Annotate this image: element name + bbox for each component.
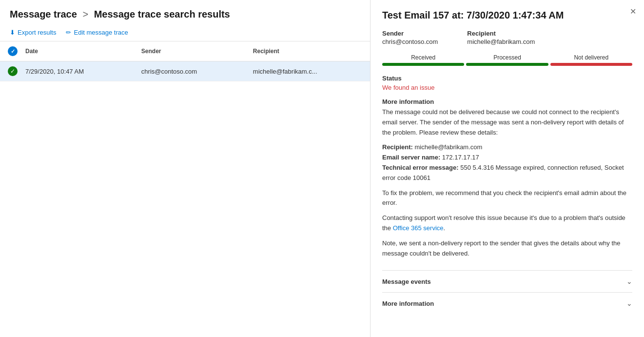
recipient-detail-value: michelle@fabrikam.com [414, 143, 482, 151]
step-received: Received [382, 54, 464, 66]
sender-label: Sender [382, 30, 438, 37]
col-date: Date [18, 41, 134, 61]
progress-steps: Received Processed Not delivered [382, 54, 632, 66]
toolbar: ⬇ Export results ✏ Edit message trace [0, 25, 370, 41]
download-icon: ⬇ [10, 29, 15, 36]
breadcrumb-current: Message trace search results [94, 9, 230, 20]
export-results-button[interactable]: ⬇ Export results [10, 29, 56, 36]
more-info-heading: More information [382, 98, 632, 105]
breadcrumb: Message trace > Message trace search res… [0, 0, 370, 25]
step-processed-label: Processed [493, 54, 521, 61]
step-not-delivered-bar [550, 63, 632, 66]
select-all-icon[interactable]: ✓ [8, 46, 18, 56]
message-events-label: Message events [382, 278, 431, 285]
breadcrumb-separator: > [82, 9, 88, 20]
row-check-icon: ✓ [8, 66, 18, 76]
sender-recipient-row: Sender chris@contoso.com Recipient miche… [382, 30, 632, 45]
close-button[interactable]: ✕ [630, 8, 636, 16]
fix-para: To fix the problem, we recommend that yo… [382, 188, 632, 209]
row-sender: chris@contoso.com [134, 61, 245, 81]
step-received-label: Received [411, 54, 435, 61]
message-events-section[interactable]: Message events ⌄ [382, 270, 632, 292]
step-not-delivered-label: Not delivered [574, 54, 608, 61]
more-information-label: More information [382, 300, 434, 307]
sender-value: chris@contoso.com [382, 38, 438, 45]
step-not-delivered: Not delivered [550, 54, 632, 66]
col-check: ✓ [0, 41, 18, 61]
recipient-group: Recipient michelle@fabrikam.com [467, 30, 535, 45]
chevron-down-icon: ⌄ [626, 278, 632, 285]
row-check-cell: ✓ [0, 61, 18, 81]
row-recipient: michelle@fabrikam.c... [245, 61, 370, 81]
results-table-container: ✓ Date Sender Recipient ✓ 7/29/2020, 10:… [0, 41, 370, 337]
more-information-section[interactable]: More information ⌄ [382, 292, 632, 314]
tech-error-label: Technical error message: [382, 164, 459, 171]
edit-label: Edit message trace [74, 29, 128, 36]
step-received-bar [382, 63, 464, 66]
status-section: Status We found an issue [382, 75, 632, 91]
detail-items: Recipient: michelle@fabrikam.com Email s… [382, 142, 632, 183]
recipient-detail-label: Recipient: [382, 143, 413, 151]
email-server-label: Email server name: [382, 154, 440, 161]
more-info-para1: The message could not be delivered becau… [382, 107, 632, 138]
col-sender: Sender [134, 41, 245, 61]
col-recipient: Recipient [245, 41, 370, 61]
more-info-section: More information The message could not b… [382, 98, 632, 263]
sender-group: Sender chris@contoso.com [382, 30, 438, 45]
breadcrumb-parent[interactable]: Message trace [10, 9, 77, 20]
recipient-value: michelle@fabrikam.com [467, 38, 535, 45]
results-table: ✓ Date Sender Recipient ✓ 7/29/2020, 10:… [0, 41, 370, 81]
office365-link[interactable]: Office 365 service [393, 224, 444, 232]
edit-message-trace-button[interactable]: ✏ Edit message trace [66, 29, 128, 36]
step-processed: Processed [466, 54, 548, 66]
support-para-end: . [444, 224, 446, 232]
left-panel: Message trace > Message trace search res… [0, 0, 371, 337]
status-value: We found an issue [382, 84, 632, 91]
row-date: 7/29/2020, 10:47 AM [18, 61, 134, 81]
table-row[interactable]: ✓ 7/29/2020, 10:47 AM chris@contoso.com … [0, 61, 370, 81]
email-server-value: 172.17.17.17 [442, 154, 479, 161]
edit-icon: ✏ [66, 29, 71, 36]
detail-panel: ✕ Test Email 157 at: 7/30/2020 1:47:34 A… [371, 0, 644, 337]
support-para: Contacting support won't resolve this is… [382, 213, 632, 234]
detail-title: Test Email 157 at: 7/30/2020 1:47:34 AM [382, 10, 632, 21]
note-para: Note, we sent a non-delivery report to t… [382, 238, 632, 259]
chevron-down-icon-2: ⌄ [626, 299, 632, 307]
status-heading: Status [382, 75, 632, 82]
export-label: Export results [18, 29, 56, 36]
recipient-label: Recipient [467, 30, 535, 37]
step-processed-bar [466, 63, 548, 66]
